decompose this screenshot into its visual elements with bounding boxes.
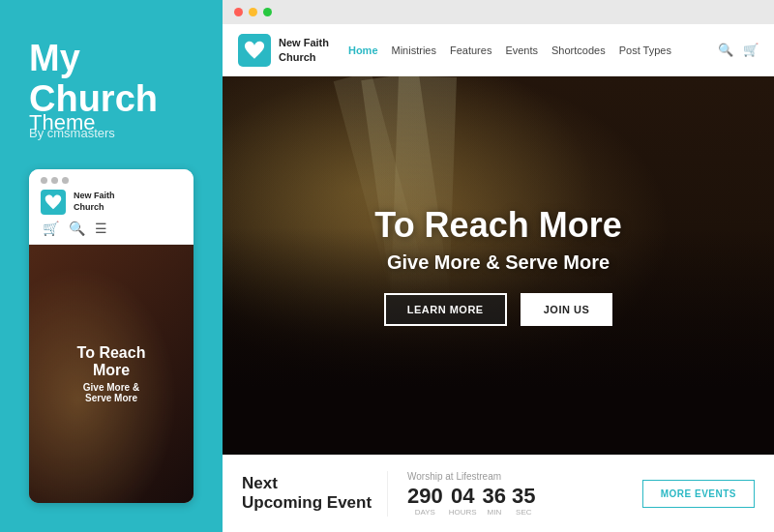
mobile-dot-1 <box>41 177 47 184</box>
hero-content: To Reach More Give More & Serve More LEA… <box>355 186 640 345</box>
mobile-hero-text: To Reach More Give More & Serve More <box>77 344 146 404</box>
desktop-hero: To Reach More Give More & Serve More LEA… <box>223 76 774 455</box>
right-panel: New Faith Church Home Ministries Feature… <box>223 0 774 532</box>
countdown-numbers: 290 DAYS 04 HOURS 36 MIN 35 SEC <box>407 486 623 517</box>
countdown-days-unit: DAYS <box>415 508 435 517</box>
nav-link-ministries[interactable]: Ministries <box>392 44 436 56</box>
nav-icons: 🔍 🛒 <box>718 43 759 57</box>
countdown-min-num: 36 <box>483 486 506 507</box>
upcoming-label: Next Upcoming Event <box>242 474 377 514</box>
desktop-logo-icon <box>238 34 271 67</box>
countdown-hours-num: 04 <box>451 486 474 507</box>
mobile-hamburger-icon[interactable]: ☰ <box>95 221 107 236</box>
desktop-logo-area: New Faith Church <box>238 34 329 67</box>
desktop-bottom: Next Upcoming Event Worship at Lifestrea… <box>223 455 774 532</box>
nav-link-features[interactable]: Features <box>450 44 491 56</box>
countdown-hours: 04 HOURS <box>449 486 477 517</box>
mobile-top-bar: New Faith Church 🛒 🔍 ☰ <box>29 169 194 245</box>
mobile-icons-row: 🛒 🔍 ☰ <box>41 221 182 236</box>
browser-dot-2 <box>249 8 257 16</box>
countdown-section: Worship at Lifestream 290 DAYS 04 HOURS … <box>387 471 623 517</box>
mobile-hero-subheading: Give More & Serve More <box>77 382 146 403</box>
desktop-nav-links: Home Ministries Features Events Shortcod… <box>348 44 718 56</box>
mobile-cart-icon[interactable]: 🛒 <box>43 221 59 236</box>
nav-link-home[interactable]: Home <box>348 44 378 56</box>
countdown-days: 290 DAYS <box>407 486 443 517</box>
countdown-days-num: 290 <box>407 486 443 507</box>
countdown-min-unit: MIN <box>488 508 502 517</box>
browser-dot-1 <box>234 8 243 16</box>
mobile-preview: New Faith Church 🛒 🔍 ☰ To Reach More Giv… <box>29 169 194 503</box>
hero-heading: To Reach More <box>374 205 621 246</box>
desktop-nav: New Faith Church Home Ministries Feature… <box>223 24 774 76</box>
more-events-button[interactable]: MORE EVENTS <box>642 480 755 508</box>
mobile-dot-3 <box>62 177 69 184</box>
mobile-hero: To Reach More Give More & Serve More <box>29 245 194 503</box>
join-us-button[interactable]: JOIN US <box>521 293 613 326</box>
mobile-nav-row: New Faith Church <box>41 190 182 215</box>
nav-link-events[interactable]: Events <box>505 44 538 56</box>
hero-buttons: LEARN MORE JOIN US <box>374 293 621 326</box>
mobile-search-icon[interactable]: 🔍 <box>69 221 85 236</box>
left-by: By cmsmasters <box>29 126 194 140</box>
countdown-hours-unit: HOURS <box>449 508 477 517</box>
desktop-preview: New Faith Church Home Ministries Feature… <box>223 24 774 532</box>
countdown-sec: 35 SEC <box>512 486 535 517</box>
browser-dot-3 <box>263 8 272 16</box>
nav-link-post-types[interactable]: Post Types <box>619 44 671 56</box>
nav-search-icon[interactable]: 🔍 <box>718 43 733 57</box>
nav-cart-icon[interactable]: 🛒 <box>743 43 759 57</box>
mobile-dots <box>41 177 182 184</box>
worship-label: Worship at Lifestream <box>407 471 623 482</box>
countdown-sec-num: 35 <box>512 486 535 507</box>
learn-more-button[interactable]: LEARN MORE <box>384 293 507 326</box>
browser-chrome <box>223 0 774 24</box>
hero-subheading: Give More & Serve More <box>374 251 621 274</box>
mobile-hero-heading: To Reach More <box>77 344 146 380</box>
desktop-brand-text: New Faith Church <box>279 36 329 64</box>
mobile-brand-text: New Faith Church <box>74 191 115 213</box>
countdown-min: 36 MIN <box>483 486 506 517</box>
mobile-logo-icon <box>41 190 66 215</box>
mobile-dot-2 <box>51 177 58 184</box>
left-title: My Church <box>29 39 194 120</box>
left-panel: My Church Theme By cmsmasters New Faith <box>0 0 223 532</box>
nav-link-shortcodes[interactable]: Shortcodes <box>551 44 606 56</box>
countdown-sec-unit: SEC <box>516 508 531 517</box>
